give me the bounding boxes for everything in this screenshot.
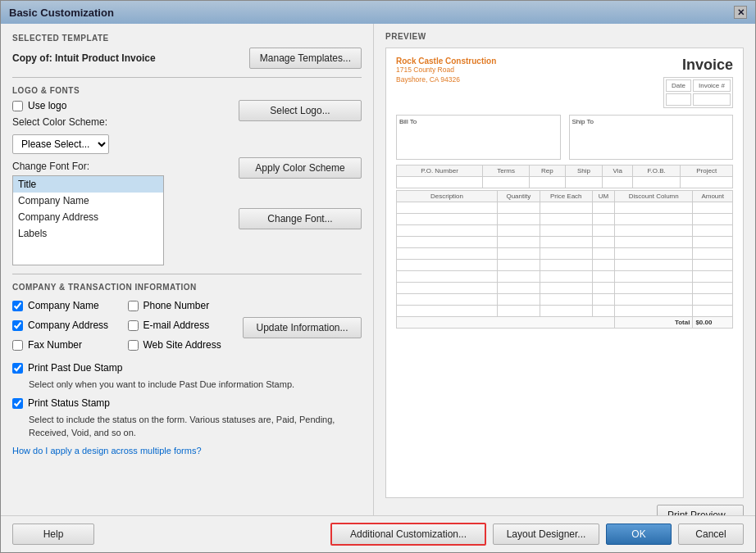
discount-header: Discount Column bbox=[615, 191, 693, 202]
um-header: UM bbox=[592, 191, 614, 202]
additional-customization-button[interactable]: Additional Customization... bbox=[330, 523, 486, 546]
desc-row4 bbox=[397, 237, 498, 248]
font-list-container: Title Company Name Company Address Label… bbox=[12, 175, 230, 265]
ok-button[interactable]: OK bbox=[606, 524, 672, 545]
email-address-label: E-mail Address bbox=[143, 320, 210, 331]
project-value bbox=[681, 177, 733, 188]
update-information-button[interactable]: Update Information... bbox=[243, 317, 362, 338]
desc-row1 bbox=[397, 202, 498, 214]
font-list-item-company-address[interactable]: Company Address bbox=[13, 209, 163, 225]
total-value: $0.00 bbox=[693, 317, 733, 329]
ship-to-box: Ship To bbox=[569, 115, 734, 160]
print-past-due-section: Print Past Due Stamp Select only when yo… bbox=[12, 362, 362, 391]
use-logo-row: Use logo Select Color Scheme: Please Sel… bbox=[12, 100, 362, 265]
selected-template-label: SELECTED TEMPLATE bbox=[12, 34, 362, 43]
desc-row8 bbox=[397, 283, 498, 294]
rep-value bbox=[530, 177, 565, 188]
color-scheme-select[interactable]: Please Select... bbox=[12, 134, 109, 154]
po-number-header: P.O. Number bbox=[397, 165, 483, 177]
help-button[interactable]: Help bbox=[12, 524, 94, 545]
use-logo-checkbox[interactable] bbox=[12, 101, 23, 111]
company-name-label: Company Name bbox=[28, 300, 99, 311]
font-list-item-labels[interactable]: Labels bbox=[13, 225, 163, 242]
desc-row10 bbox=[397, 306, 498, 317]
font-list[interactable]: Title Company Name Company Address Label… bbox=[12, 175, 164, 265]
desc-row7 bbox=[397, 271, 498, 283]
terms-value bbox=[482, 177, 529, 188]
invoice-date-table: Date Invoice # bbox=[663, 77, 733, 108]
desc-row9 bbox=[397, 294, 498, 306]
print-past-due-description: Select only when you want to include Pas… bbox=[29, 378, 362, 391]
invoice-num-value bbox=[693, 93, 731, 106]
ship-value bbox=[565, 177, 603, 188]
print-status-label: Print Status Stamp bbox=[28, 397, 110, 409]
desc-row6 bbox=[397, 260, 498, 271]
preview-company-addr1: 1715 County Road bbox=[396, 66, 496, 75]
ship-header: Ship bbox=[565, 165, 603, 177]
preview-company-name: Rock Castle Construction bbox=[396, 57, 496, 66]
font-list-item-title[interactable]: Title bbox=[13, 176, 163, 193]
fob-value bbox=[633, 177, 681, 188]
selected-template-row: Copy of: Intuit Product Invoice Manage T… bbox=[12, 48, 362, 69]
print-past-due-label: Print Past Due Stamp bbox=[28, 362, 122, 374]
company-col1: Company Name Company Address Fax Number bbox=[12, 300, 120, 356]
invoice-num-col-header: Invoice # bbox=[693, 79, 731, 92]
company-name-checkbox[interactable] bbox=[12, 301, 23, 311]
fax-number-checkbox[interactable] bbox=[12, 340, 23, 351]
bill-ship-row: Bill To Ship To bbox=[396, 115, 733, 160]
select-color-row: Select Color Scheme: bbox=[12, 116, 230, 128]
phone-number-label: Phone Number bbox=[143, 300, 210, 311]
right-buttons-col: Select Logo... Apply Color Scheme Change… bbox=[239, 100, 362, 229]
company-checkboxes-row: Company Name Company Address Fax Number bbox=[12, 300, 362, 356]
print-status-description: Select to include the status on the form… bbox=[29, 414, 362, 439]
print-status-checkbox-row: Print Status Stamp bbox=[12, 397, 362, 409]
desc-row5 bbox=[397, 248, 498, 260]
update-btn-cell: Update Information... bbox=[243, 300, 362, 356]
print-status-checkbox[interactable] bbox=[12, 398, 23, 409]
preview-company-addr2: Bayshore, CA 94326 bbox=[396, 75, 496, 85]
logo-fonts-section: Use logo Select Color Scheme: Please Sel… bbox=[12, 100, 362, 265]
fax-number-label: Fax Number bbox=[28, 339, 82, 351]
phone-number-checkbox-row: Phone Number bbox=[128, 300, 235, 311]
website-checkbox[interactable] bbox=[128, 340, 139, 351]
via-header: Via bbox=[603, 165, 633, 177]
email-address-checkbox-row: E-mail Address bbox=[128, 320, 235, 331]
design-link[interactable]: How do I apply a design across multiple … bbox=[12, 446, 362, 456]
company-info-label: COMPANY & TRANSACTION INFORMATION bbox=[12, 283, 362, 292]
total-spacer bbox=[397, 317, 615, 329]
right-panel: PREVIEW Rock Castle Construction 1715 Co… bbox=[374, 24, 755, 515]
description-header: Description bbox=[397, 191, 498, 202]
rep-header: Rep bbox=[530, 165, 565, 177]
invoice-title-section: Invoice Date Invoice # bbox=[663, 57, 733, 108]
email-address-checkbox[interactable] bbox=[128, 320, 139, 331]
invoice-title: Invoice bbox=[663, 57, 733, 74]
manage-templates-button[interactable]: Manage Templates... bbox=[249, 48, 362, 69]
company-col2: Phone Number E-mail Address Web Site Add… bbox=[128, 300, 235, 356]
change-font-button[interactable]: Change Font... bbox=[239, 208, 362, 229]
terms-header: Terms bbox=[482, 165, 529, 177]
project-header: Project bbox=[681, 165, 733, 177]
desc-row3 bbox=[397, 225, 498, 237]
cancel-button[interactable]: Cancel bbox=[678, 524, 744, 545]
font-list-item-company-name[interactable]: Company Name bbox=[13, 193, 163, 209]
dialog-title: Basic Customization bbox=[9, 7, 114, 19]
close-icon[interactable]: ✕ bbox=[734, 6, 747, 19]
bottom-bar: Help Additional Customization... Layout … bbox=[1, 515, 755, 552]
website-checkbox-row: Web Site Address bbox=[128, 339, 235, 351]
print-past-due-checkbox[interactable] bbox=[12, 363, 23, 374]
select-logo-button[interactable]: Select Logo... bbox=[239, 100, 362, 121]
phone-number-checkbox[interactable] bbox=[128, 301, 139, 311]
apply-color-scheme-button[interactable]: Apply Color Scheme bbox=[239, 157, 362, 179]
total-label: Total bbox=[615, 317, 693, 329]
price-each-header: Price Each bbox=[540, 191, 592, 202]
title-bar: Basic Customization ✕ bbox=[1, 1, 755, 24]
company-address-checkbox-row: Company Address bbox=[12, 320, 120, 331]
fax-number-checkbox-row: Fax Number bbox=[12, 339, 120, 351]
layout-designer-button[interactable]: Layout Designer... bbox=[493, 524, 599, 545]
ship-to-label: Ship To bbox=[572, 118, 731, 125]
print-preview-button[interactable]: Print Preview... bbox=[657, 505, 744, 515]
website-label: Web Site Address bbox=[143, 339, 221, 351]
preview-label: PREVIEW bbox=[385, 32, 744, 41]
company-address-checkbox[interactable] bbox=[12, 320, 23, 331]
use-logo-label: Use logo bbox=[28, 100, 66, 111]
